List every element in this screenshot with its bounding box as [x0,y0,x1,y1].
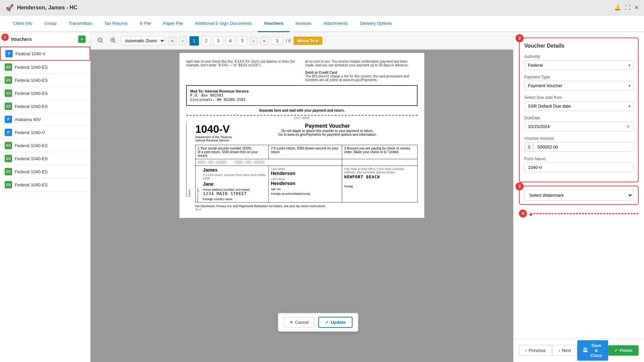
duedate-clear-button[interactable]: ✕ [624,124,633,129]
item-badge-7: ES [5,142,12,149]
payment-type-select[interactable]: Payment Voucher Estimated Tax [524,81,633,90]
duedate-input[interactable] [525,122,624,131]
watermark-select-wrapper: Select Watermark Draft Client Copy Firm … [524,190,633,201]
col3-header: 3 Amount you are paying by check or mone… [342,145,417,159]
item-label-3: Federal 1040-ES [15,91,48,96]
last-name-label: Last name [271,167,339,171]
document-page: right side of your check like this: $ XX… [179,53,424,218]
zoom-in-button[interactable] [108,36,118,46]
sidebar-add-button[interactable]: + [78,36,86,43]
address-label: Home address (number and street) [203,188,266,191]
center-content: Automatic Zoom 50% 75% 100% 125% 150% « … [91,32,513,362]
zoom-out-button[interactable] [95,36,105,46]
prev-label: Previous [529,348,546,353]
irs-label: Internal Revenue Service [195,139,232,142]
finish-label: Finish [620,348,633,353]
page-5-button[interactable]: 5 [238,36,247,46]
sidebar-item-federal-1040v-2[interactable]: P Federal 1040-V [0,126,90,139]
sidebar-item-federal-1040es-1[interactable]: ES Federal 1040-ES [0,61,90,74]
province-label: Foreign province/state/county [271,192,339,195]
sidebar-items-list: P Federal 1040-V ES Federal 1040-ES ES F… [0,47,90,362]
bell-button[interactable]: 🔔 [614,4,621,11]
form-name-input-wrap [524,163,633,172]
svg-rect-9 [584,350,587,352]
tab-attachments[interactable]: Attachments [318,15,354,32]
close-button[interactable]: ✕ [634,4,639,11]
form-name-input[interactable] [525,163,633,172]
city-state: NEWPORT BEACH [344,175,415,179]
zoom-select[interactable]: Automatic Zoom 50% 75% 100% 125% 150% [121,36,165,45]
sidebar-item-federal-1040es-8[interactable]: ES Federal 1040-ES [0,178,90,191]
previous-button[interactable]: ‹ Previous [519,345,552,356]
authority-label: Authority [524,54,633,59]
page-2-button[interactable]: 2 [202,36,211,46]
page-3-button[interactable]: 3 [214,36,223,46]
spouse-last: Henderson [271,181,339,186]
tab-client-info[interactable]: Client Info [7,15,39,32]
sidebar-item-federal-1040es-2[interactable]: ES Federal 1040-ES [0,74,90,87]
tab-tax-returns[interactable]: Tax Returns [98,15,133,32]
zoom-select-wrapper: Automatic Zoom 50% 75% 100% 125% 150% [121,36,165,45]
voucher-amount-input-wrap: $ [524,142,633,152]
action-dialog: ✕ Cancel ✓ Update [278,313,359,332]
tab-invoices[interactable]: Invoices [289,15,318,32]
tab-transmittals[interactable]: Transmittals [63,15,98,32]
payment-type-field: Payment Type Payment Voucher Estimated T… [524,75,633,90]
due-date-select[interactable]: SSR Default Due date Custom Date [524,101,633,111]
expand-button[interactable]: ⛶ [625,4,630,11]
sidebar-item-federal-1040es-7[interactable]: ES Federal 1040-ES [0,165,90,178]
tab-e-file[interactable]: E-File [133,15,157,32]
page-4-button[interactable]: 4 [226,36,235,46]
page-1-button[interactable]: 1 [190,36,199,46]
sidebar-item-federal-1040es-6[interactable]: ES Federal 1040-ES [0,152,90,165]
form-label-vertical: Form [186,123,191,197]
sidebar-item-federal-1040es-4[interactable]: ES Federal 1040-ES [0,100,90,113]
amount-input[interactable] [534,142,633,152]
tab-group[interactable]: Group [39,15,63,32]
tab-additional-esign[interactable]: Additional E-Sign Documents [189,15,258,32]
last-name: Henderson [271,171,339,176]
authority-select[interactable]: Federal State Local [524,60,633,70]
mail-address1: P.O. Box 802501 [190,93,223,98]
prev-page-button[interactable]: ‹ [179,37,186,45]
print-type-cell: Print or type James If a joint return, s… [196,166,269,202]
sidebar-item-federal-1040v[interactable]: P Federal 1040-V [0,47,90,61]
page-number-input[interactable] [271,37,283,45]
form-number: 1040-V [195,123,232,135]
doc-top-right: at no cost to you. You receive instant c… [305,60,418,82]
sidebar-item-alabama-40v[interactable]: P Alabama 40V [0,113,90,126]
item-badge-3: ES [5,89,12,97]
save-close-button[interactable]: Save & Close [577,340,608,361]
form-name-field: Form Name [524,157,633,172]
apt-row: Apt. no. [271,187,339,191]
voucher-details-box: 2 Voucher Details Authority Federal Stat… [519,38,639,182]
last-name-cell: Last name Henderson Last name Henderson … [269,166,342,202]
item-badge-6: P [5,129,12,136]
last-page-button[interactable]: » [260,37,268,45]
spouse-last-label: Last name [271,177,339,181]
item-label-6: Federal 1040-V [15,130,45,135]
sidebar-item-federal-1040es-3[interactable]: ES Federal 1040-ES [0,87,90,100]
next-button[interactable]: › Next [552,345,577,356]
daa-text: DAA [195,208,418,211]
item-badge-0: P [5,50,13,57]
watermark-select[interactable]: Select Watermark Draft Client Copy Firm … [524,190,633,201]
next-page-button[interactable]: › [250,37,257,45]
step-4-indicator: 4 [519,209,527,218]
update-button[interactable]: ✓ Update [318,317,352,328]
tab-vouchers[interactable]: Vouchers [258,15,289,32]
item-label-8: Federal 1040-ES [15,156,48,161]
address: 1234 MAIN STREET [203,191,266,196]
cancel-button[interactable]: ✕ Cancel [284,317,314,327]
sidebar-title: Vouchers [11,37,32,42]
tab-delivery-options[interactable]: Delivery Options [354,15,398,32]
first-page-button[interactable]: « [168,37,176,45]
sidebar-item-federal-1040es-5[interactable]: ES Federal 1040-ES [0,139,90,152]
finish-button[interactable]: ✓ Finish [608,345,639,356]
joint-label: If a joint return, spouse's first name a… [203,173,266,180]
tab-paper-file[interactable]: Paper File [157,15,189,32]
cancel-icon: ✕ [289,320,293,325]
document-viewer[interactable]: right side of your check like this: $ XX… [91,50,513,362]
payment-voucher-title: Payment Voucher [237,123,418,129]
move-to-button[interactable]: Move To ▾ [293,37,323,45]
